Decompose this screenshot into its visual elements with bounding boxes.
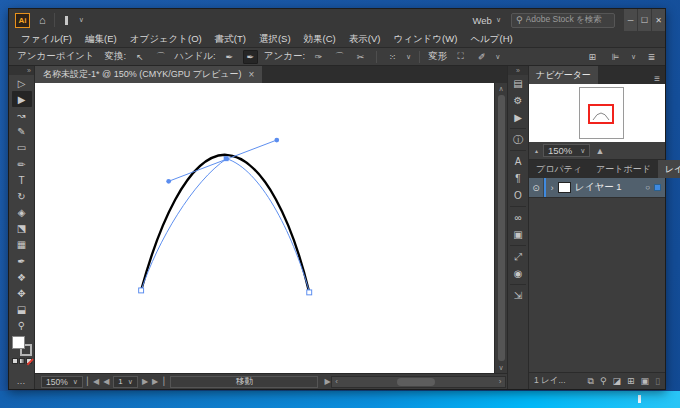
navigator-proxy-view-box[interactable] — [588, 104, 614, 124]
handle-point-left[interactable] — [166, 179, 171, 184]
left-anchor-point[interactable] — [139, 288, 144, 293]
collect-export-icon[interactable]: ⧉ — [587, 376, 593, 387]
horizontal-scrollbar[interactable]: ‹ › — [331, 376, 506, 388]
layer-name[interactable]: レイヤー 1 — [575, 181, 622, 194]
locate-object-icon[interactable]: ⚲ — [600, 376, 607, 387]
play-icon[interactable]: ▶ — [509, 109, 527, 126]
eraser-tool[interactable]: ◈ — [12, 205, 32, 221]
links-icon[interactable]: ∞ — [509, 209, 527, 226]
make-mask-icon[interactable]: ◪ — [612, 376, 621, 387]
zoom-out-icon[interactable]: ▴ — [535, 147, 538, 154]
artboards-icon[interactable]: ▣ — [509, 226, 527, 243]
previous-artboard-icon[interactable]: ◀ — [103, 377, 109, 386]
close-button[interactable]: ✕ — [652, 9, 665, 31]
last-artboard-icon[interactable]: ▶▕ — [152, 377, 164, 386]
character-icon[interactable]: A — [509, 153, 527, 170]
add-anchor-icon[interactable]: ✑ — [311, 50, 326, 64]
remove-anchor-icon[interactable]: ⌒ — [332, 50, 347, 64]
type-tool[interactable]: T — [12, 172, 32, 188]
scale-tool[interactable]: ⬔ — [12, 221, 32, 237]
windows-taskbar[interactable] — [0, 391, 680, 408]
menu-file[interactable]: ファイル(F) — [21, 33, 72, 46]
selected-anchor-point[interactable] — [224, 156, 229, 161]
fill-stroke-swatches[interactable] — [12, 336, 32, 356]
layer-selected-indicator[interactable] — [654, 184, 661, 191]
new-sublayer-icon[interactable]: ⊞ — [627, 376, 635, 387]
curvature-tool[interactable]: ↝ — [12, 107, 32, 123]
minimize-button[interactable]: ─ — [624, 9, 637, 31]
arrange-documents-button[interactable]: ∨ — [63, 16, 84, 25]
vertical-scroll-thumb[interactable] — [498, 95, 505, 361]
home-icon[interactable]: ⌂ — [39, 14, 46, 26]
selection-tool[interactable]: ▷ — [12, 75, 32, 91]
layer-thumbnail[interactable] — [558, 182, 571, 193]
convert-to-corner-icon[interactable]: ↖ — [132, 50, 147, 64]
options-list-icon[interactable]: ≣ — [644, 50, 659, 64]
show-handles-icon[interactable]: ✒ — [222, 50, 237, 64]
menu-select[interactable]: 選択(S) — [259, 33, 291, 46]
layers-panel-body[interactable] — [529, 198, 665, 372]
maximize-button[interactable]: ☐ — [638, 9, 651, 31]
tab-properties[interactable]: プロパティ — [529, 160, 589, 178]
artboard-canvas[interactable] — [35, 83, 494, 373]
black-curve-path[interactable] — [141, 155, 309, 293]
expand-layer-icon[interactable]: › — [546, 182, 558, 193]
none-button[interactable] — [26, 358, 32, 364]
menu-view[interactable]: 表示(V) — [349, 33, 381, 46]
scroll-left-icon[interactable]: ‹ — [332, 377, 342, 386]
snap-grid-icon[interactable]: ⁙ — [385, 50, 400, 64]
layer-row[interactable]: ⊙ › レイヤー 1 ○ — [529, 178, 665, 198]
adobe-stock-search-input[interactable]: ⚲ Adobe Stock を検索 — [511, 13, 615, 28]
appearance-icon[interactable]: ◉ — [509, 265, 527, 282]
layer-target-icon[interactable]: ○ — [645, 183, 650, 192]
transform-icon[interactable]: ⤢ — [509, 248, 527, 265]
hand-tool[interactable]: ✥ — [12, 285, 32, 301]
scroll-right-icon[interactable]: › — [495, 377, 505, 386]
menu-edit[interactable]: 編集(E) — [85, 33, 117, 46]
menu-window[interactable]: ウィンドウ(W) — [393, 33, 457, 46]
status-display[interactable]: 移動 — [170, 376, 318, 388]
tools-collapse-icon[interactable]: » — [9, 66, 34, 75]
opentype-icon[interactable]: O — [509, 187, 527, 204]
navigator-zoom-dropdown[interactable]: 150% ∨ — [543, 144, 590, 157]
next-artboard-icon[interactable]: ▶ — [142, 377, 148, 386]
fill-swatch[interactable] — [12, 336, 25, 349]
eyedropper-tool[interactable]: ✒ — [12, 253, 32, 269]
actions-icon[interactable]: ⚙ — [509, 92, 527, 109]
edit-toolbar-icon[interactable]: … — [17, 376, 27, 389]
paintbrush-tool[interactable]: ✎ — [12, 124, 32, 140]
delete-layer-icon[interactable]: ▯ — [655, 376, 660, 387]
right-anchor-point[interactable] — [307, 290, 312, 295]
panel-menu-icon[interactable]: ≡ — [654, 73, 665, 84]
gradient-button[interactable] — [19, 358, 25, 364]
horizontal-scroll-thumb[interactable] — [397, 378, 435, 386]
scroll-down-icon[interactable]: ∨ — [498, 362, 503, 373]
document-setup-icon[interactable]: ⊞ — [585, 50, 600, 64]
rectangle-tool[interactable]: ▭ — [12, 140, 32, 156]
hide-handles-icon[interactable]: ✒ — [243, 50, 258, 64]
zoom-in-icon[interactable]: ▲ — [595, 146, 604, 156]
isolate-selection-icon[interactable]: ⛶ — [453, 50, 468, 64]
artboard-tool[interactable]: ⬓ — [12, 302, 32, 318]
zoom-level-dropdown[interactable]: 150% ∨ — [41, 376, 83, 388]
tab-navigator[interactable]: ナビゲーター — [529, 66, 598, 84]
info-icon[interactable]: ⓘ — [509, 131, 527, 148]
artboard-number-dropdown[interactable]: 1 ∨ — [113, 376, 138, 388]
preview-curve-path[interactable] — [141, 159, 309, 292]
paragraph-icon[interactable]: ¶ — [509, 170, 527, 187]
tab-layers[interactable]: レイヤー — [658, 160, 680, 178]
pencil-tool[interactable]: ✏ — [12, 156, 32, 172]
zoom-tool[interactable]: ⚲ — [12, 318, 32, 334]
visibility-eye-icon[interactable]: ⊙ — [529, 178, 544, 197]
tab-artboards[interactable]: アートボード — [589, 160, 658, 178]
color-button[interactable] — [12, 358, 18, 364]
menu-help[interactable]: ヘルプ(H) — [470, 33, 512, 46]
recolor-artwork-icon[interactable]: ✐ — [474, 50, 489, 64]
handle-point-right[interactable] — [274, 138, 279, 143]
mesh-tool[interactable]: ▦ — [12, 237, 32, 253]
rotate-tool[interactable]: ↻ — [12, 188, 32, 204]
menu-effect[interactable]: 効果(C) — [304, 33, 336, 46]
document-tab[interactable]: 名称未設定-1* @ 150% (CMYK/GPU プレビュー) × — [35, 66, 262, 83]
menu-type[interactable]: 書式(T) — [215, 33, 246, 46]
direct-selection-tool[interactable]: ▶ — [12, 91, 32, 107]
